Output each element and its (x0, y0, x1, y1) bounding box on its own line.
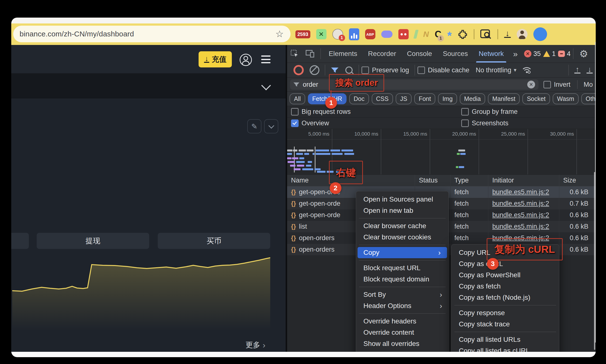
green-x-extension-icon[interactable]: ✕ (316, 29, 327, 39)
menu-separator (454, 305, 556, 305)
browser-avatar[interactable] (517, 29, 527, 39)
request-name: get-open-orde (299, 200, 340, 208)
chip-font[interactable]: Font (414, 93, 435, 104)
record-network-log-button[interactable] (293, 65, 304, 75)
clear-network-log-icon[interactable] (310, 65, 319, 75)
disable-cache-checkbox[interactable] (417, 66, 425, 74)
column-type[interactable]: Type (450, 175, 488, 186)
menu-item-sort-by[interactable]: Sort By› (356, 289, 449, 300)
initiator-link[interactable]: bundle.es5.min.js:2 (492, 211, 549, 219)
menu-item-open-in-sources[interactable]: Open in Sources panel (356, 194, 449, 205)
tab-elements[interactable]: Elements (323, 45, 363, 63)
find-in-page-icon[interactable] (480, 29, 492, 39)
chip-wasm[interactable]: Wasm (553, 93, 578, 104)
request-size: 0.6 kB (559, 186, 596, 198)
initiator-link[interactable]: bundle.es5.min.js:2 (492, 188, 549, 196)
chip-other[interactable]: Other (581, 93, 596, 104)
tab-console[interactable]: Console (401, 45, 438, 63)
chip-js[interactable]: JS (396, 93, 412, 104)
overview-checkbox[interactable] (291, 119, 299, 127)
profile-circle[interactable] (533, 27, 547, 41)
tab-sources[interactable]: Sources (438, 45, 473, 63)
issues-icon (558, 51, 565, 57)
export-har-icon[interactable]: ↓ (586, 67, 593, 74)
column-initiator[interactable]: Initiator (488, 175, 559, 186)
menu-item-copy[interactable]: Copy› (358, 247, 447, 258)
chip-manifest[interactable]: Manifest (488, 93, 520, 104)
invert-filter[interactable]: Invert (543, 81, 571, 89)
menu-item-clear-browser-cache[interactable]: Clear browser cache (356, 220, 449, 232)
menu-item-block-request-domain[interactable]: Block request domain (356, 273, 449, 285)
throttling-dropdown[interactable]: No throttling ▾ (476, 66, 516, 74)
preserve-log-checkbox[interactable] (361, 66, 369, 74)
cloud-extension-icon[interactable] (381, 30, 393, 38)
chip-doc[interactable]: Doc (349, 93, 369, 104)
submenu-item-copy-as-fetch[interactable]: Copy as fetch (452, 281, 559, 292)
request-name: list (299, 223, 307, 230)
submenu-item-copy-response[interactable]: Copy response (452, 307, 559, 319)
column-size[interactable]: Size (559, 175, 596, 186)
address-bar[interactable]: binance.com/zh-CN/my/dashboard ☆ (13, 26, 290, 42)
downloads-icon[interactable]: ↓ (504, 30, 511, 38)
chip-media[interactable]: Media (460, 93, 485, 104)
analytics-extension-icon[interactable] (349, 28, 359, 40)
c-extension-icon[interactable]: C1 (435, 29, 441, 39)
waterfall-bar (296, 153, 303, 155)
waterfall-bar (341, 150, 353, 152)
bookmark-star-icon[interactable]: ☆ (275, 29, 284, 39)
menu-item-open-in-new-tab[interactable]: Open in new tab (356, 205, 449, 216)
chip-socket[interactable]: Socket (522, 93, 550, 104)
inspect-element-icon[interactable] (290, 50, 299, 58)
more-tabs-icon[interactable]: » (509, 49, 522, 59)
menu-item-block-request-url[interactable]: Block request URL (356, 262, 449, 273)
issues-counter[interactable]: 4 (558, 50, 571, 58)
error-counter[interactable]: ✕ 35 (524, 50, 541, 58)
device-toolbar-icon[interactable] (306, 50, 315, 58)
red-extension-icon[interactable] (398, 29, 409, 39)
clear-filter-icon[interactable]: ✕ (527, 81, 535, 89)
submenu-arrow-icon: › (440, 302, 442, 310)
initiator-link[interactable]: bundle.es5.min.js:2 (492, 200, 549, 208)
camera-extension-icon[interactable]: 1 (332, 29, 343, 39)
chip-img[interactable]: Img (438, 93, 457, 104)
invert-checkbox[interactable] (543, 81, 551, 89)
screenshots-checkbox[interactable] (461, 119, 469, 127)
menu-item-override-content[interactable]: Override content (356, 327, 449, 338)
copy-label: Copy (363, 249, 379, 257)
chip-css[interactable]: CSS (372, 93, 393, 104)
filter-input[interactable]: order ✕ (290, 79, 538, 90)
adblock-extension-icon[interactable]: ABP (365, 29, 375, 39)
submenu-item-copy-as-fetch-node[interactable]: Copy as fetch (Node.js) (452, 292, 559, 303)
json-icon: {} (291, 234, 296, 242)
submenu-item-copy-stack-trace[interactable]: Copy stack trace (452, 319, 559, 330)
menu-item-override-headers[interactable]: Override headers (356, 316, 449, 327)
menu-item-clear-browser-cookies[interactable]: Clear browser cookies (356, 232, 449, 243)
import-har-icon[interactable]: ↑ (574, 67, 580, 74)
warning-counter[interactable]: 1 (543, 50, 556, 58)
tab-recorder[interactable]: Recorder (363, 45, 401, 63)
column-status[interactable]: Status (415, 175, 450, 186)
search-icon[interactable] (345, 66, 353, 74)
network-conditions-icon[interactable] (522, 66, 531, 74)
request-name: open-orders (299, 234, 334, 242)
big-request-rows-checkbox[interactable] (291, 108, 299, 116)
request-type: fetch (450, 232, 488, 244)
menu-item-show-all-overrides[interactable]: Show all overrides (356, 338, 449, 349)
waterfall-bar (296, 161, 305, 163)
settings-gear-icon[interactable]: ⚙ (579, 48, 588, 59)
chip-all[interactable]: All (289, 93, 305, 104)
counter-extension-icon[interactable]: 2593 (295, 30, 310, 38)
n-extension-icon[interactable]: N (423, 30, 429, 39)
initiator-link[interactable]: bundle.es5.min.js:2 (492, 223, 549, 230)
submenu-item-copy-all-listed-urls[interactable]: Copy all listed URLs (452, 334, 559, 345)
more-link[interactable]: 更多 › (246, 340, 265, 350)
puzzle-extensions-icon[interactable] (457, 29, 468, 39)
green-sliver-extension-icon[interactable] (413, 30, 418, 39)
blue-asterisk-extension-icon[interactable]: * (447, 29, 452, 39)
submenu-item-copy-as-powershell[interactable]: Copy as PowerShell (452, 270, 559, 281)
group-by-frame-checkbox[interactable] (461, 108, 469, 116)
menu-item-header-options[interactable]: Header Options› (356, 300, 449, 312)
window-bottom-strip (11, 352, 596, 357)
filter-icon[interactable] (331, 67, 338, 73)
tab-network[interactable]: Network (473, 45, 509, 63)
